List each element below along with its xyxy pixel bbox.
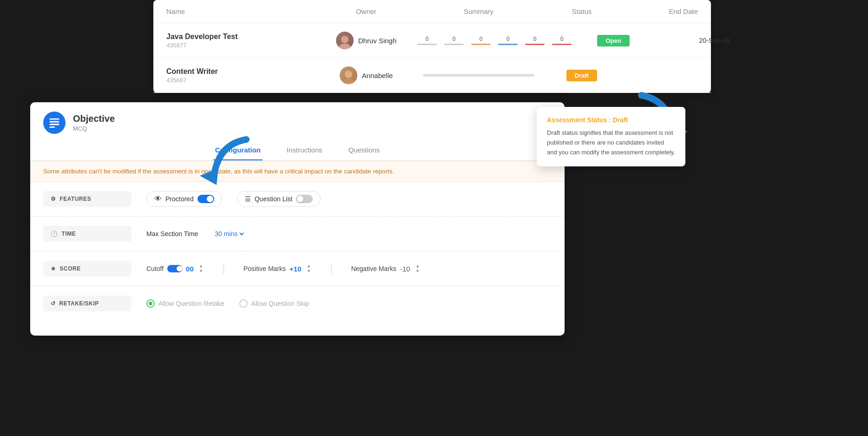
time-select[interactable]: 30 mins 15 mins 45 mins 60 mins bbox=[213, 230, 245, 238]
retake-icon: ↺ bbox=[51, 300, 56, 307]
spin-down[interactable]: ▼ bbox=[415, 269, 421, 274]
status-badge: Draft bbox=[566, 70, 597, 81]
avatar-head-shape bbox=[341, 36, 349, 43]
assessment-title-block: Objective MCQ bbox=[73, 113, 552, 132]
score-divider: | bbox=[223, 264, 225, 274]
date-cell: 20-Sep-19 bbox=[655, 37, 730, 44]
allow-retake-item[interactable]: Allow Question Retake bbox=[146, 299, 224, 308]
assessment-title: Objective bbox=[73, 113, 552, 124]
bar-val: 0 bbox=[480, 36, 483, 42]
owner-cell: Annabelle bbox=[315, 66, 417, 84]
section-content-score: Cutoff 00 ▲ ▼ | Positive Marks +10 ▲ ▼ bbox=[132, 264, 552, 274]
retake-radio-checked[interactable] bbox=[146, 299, 155, 308]
avatar-head-shape bbox=[345, 71, 352, 78]
form-card: Objective MCQ Configuration Instructions… bbox=[30, 102, 565, 336]
question-list-toggle[interactable] bbox=[296, 195, 313, 203]
tab-instructions[interactable]: Instructions bbox=[285, 141, 324, 160]
bar-group-5: 0 bbox=[525, 36, 545, 45]
cutoff-item: Cutoff 00 ▲ ▼ bbox=[146, 264, 204, 274]
toggle-thumb bbox=[207, 196, 213, 202]
owner-cell: Dhruv Singh bbox=[315, 32, 417, 49]
bar-val: 0 bbox=[560, 36, 564, 42]
status-cell: Draft bbox=[540, 70, 624, 81]
col-owner: Owner bbox=[315, 7, 417, 15]
tab-questions[interactable]: Questions bbox=[347, 141, 382, 160]
section-time: 🕐 TIME Max Section Time 30 mins 15 mins … bbox=[30, 217, 565, 251]
row-name-col: Java Developer Test 435677 bbox=[166, 33, 315, 49]
negative-marks-value: -10 bbox=[400, 265, 410, 273]
table-row[interactable]: Content Writer 435667 Annabelle Draft bbox=[153, 58, 711, 93]
list-icon: ☰ bbox=[245, 195, 251, 203]
positive-spinbox[interactable]: ▲ ▼ bbox=[306, 264, 311, 274]
clock-icon: 🕐 bbox=[51, 231, 58, 237]
skip-radio-unchecked[interactable] bbox=[239, 299, 248, 308]
bar-group-3: 0 bbox=[471, 36, 491, 45]
section-features: ⚙ FEATURES 👁 Proctored ☰ Question List bbox=[30, 182, 565, 217]
positive-marks-item: Positive Marks +10 ▲ ▼ bbox=[243, 264, 311, 274]
cutoff-spinbox[interactable]: ▲ ▼ bbox=[198, 264, 204, 274]
spin-down[interactable]: ▼ bbox=[306, 269, 311, 274]
arrow-left-icon bbox=[200, 135, 260, 191]
proctored-toggle[interactable] bbox=[197, 195, 214, 203]
section-content-retake: Allow Question Retake Allow Question Ski… bbox=[132, 299, 552, 308]
question-list-toggle-control[interactable]: ☰ Question List bbox=[237, 191, 321, 207]
bar-val: 0 bbox=[453, 36, 456, 42]
max-section-time-label: Max Section Time bbox=[146, 230, 198, 238]
table-row[interactable]: Java Developer Test 435677 Dhruv Singh 0… bbox=[153, 23, 711, 58]
table-header: Name Owner Summary Status End Date bbox=[153, 0, 711, 23]
section-score: ★ SCORE Cutoff 00 ▲ ▼ | Positive Marks +… bbox=[30, 251, 565, 286]
svg-marker-0 bbox=[200, 168, 218, 185]
svg-rect-5 bbox=[50, 126, 55, 128]
avatar bbox=[340, 66, 357, 84]
allow-skip-label: Allow Question Skip bbox=[251, 300, 309, 307]
question-list-label: Question List bbox=[255, 195, 293, 203]
bar-group-2: 0 bbox=[444, 36, 464, 45]
section-label-score: ★ SCORE bbox=[43, 261, 132, 277]
spin-up[interactable]: ▲ bbox=[306, 264, 311, 269]
negative-spinbox[interactable]: ▲ ▼ bbox=[415, 264, 421, 274]
positive-marks-label: Positive Marks bbox=[243, 265, 286, 272]
toggle-thumb bbox=[177, 266, 182, 271]
row-title: Content Writer bbox=[166, 67, 315, 76]
bar-line bbox=[471, 44, 491, 45]
proctored-label: Proctored bbox=[165, 195, 194, 203]
assessment-icon bbox=[43, 112, 66, 134]
cutoff-toggle[interactable] bbox=[167, 265, 182, 272]
spin-up[interactable]: ▲ bbox=[415, 264, 421, 269]
proctored-toggle-control[interactable]: 👁 Proctored bbox=[146, 191, 222, 207]
table-card: Name Owner Summary Status End Date Java … bbox=[153, 0, 711, 93]
avatar-visual bbox=[340, 66, 357, 84]
section-label-retake: ↺ RETAKE/SKIP bbox=[43, 296, 132, 311]
row-id: 435667 bbox=[166, 77, 315, 84]
bar-line bbox=[444, 44, 464, 45]
bar-line bbox=[552, 44, 572, 45]
section-content-time: Max Section Time 30 mins 15 mins 45 mins… bbox=[132, 230, 552, 238]
toggle-thumb bbox=[297, 196, 303, 202]
bar-val: 0 bbox=[426, 36, 429, 42]
avatar-body-shape bbox=[342, 79, 355, 84]
summary-bars: 0 0 0 0 0 bbox=[417, 36, 572, 45]
list-icon bbox=[48, 116, 61, 129]
bar-val: 0 bbox=[533, 36, 537, 42]
row-id: 435677 bbox=[166, 42, 315, 49]
owner-name: Dhruv Singh bbox=[358, 37, 397, 45]
col-name: Name bbox=[166, 7, 315, 15]
cutoff-value: 00 bbox=[186, 265, 194, 273]
bar-line bbox=[498, 44, 518, 45]
spin-up[interactable]: ▲ bbox=[198, 264, 204, 269]
row-name-col: Content Writer 435667 bbox=[166, 67, 315, 84]
form-card-header: Objective MCQ bbox=[30, 102, 565, 134]
bar-group-6: 0 bbox=[552, 36, 572, 45]
avatar-visual bbox=[336, 32, 354, 49]
tooltip-card: Assessment Status : Draft Draft status s… bbox=[537, 107, 685, 166]
col-status: Status bbox=[540, 7, 624, 15]
gear-icon: ⚙ bbox=[51, 196, 56, 202]
summary-bar-draft bbox=[423, 74, 534, 77]
negative-marks-label: Negative Marks bbox=[351, 265, 396, 272]
status-cell: Open bbox=[572, 35, 655, 46]
allow-skip-item[interactable]: Allow Question Skip bbox=[239, 299, 309, 308]
svg-rect-4 bbox=[50, 124, 59, 125]
svg-rect-2 bbox=[50, 119, 59, 120]
summary-cell: 0 0 0 0 0 bbox=[417, 36, 572, 45]
spin-down[interactable]: ▼ bbox=[198, 269, 204, 274]
